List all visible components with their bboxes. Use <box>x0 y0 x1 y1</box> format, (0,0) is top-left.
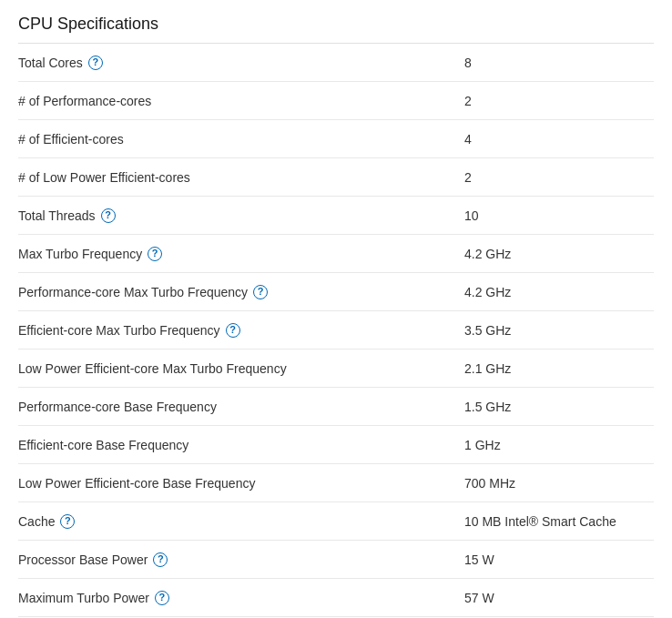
spec-value-total-cores: 8 <box>464 56 654 70</box>
spec-label-text-low-power-base-freq: Low Power Efficient-core Base Frequency <box>18 476 255 491</box>
spec-row-total-threads: Total Threads?10 <box>18 197 654 235</box>
spec-value-max-turbo-freq: 4.2 GHz <box>464 247 654 261</box>
spec-label-cache: Cache? <box>18 514 464 529</box>
spec-row-low-power-cores: # of Low Power Efficient-cores2 <box>18 158 654 197</box>
help-icon-eff-max-turbo[interactable]: ? <box>226 323 240 338</box>
spec-label-proc-base-power: Processor Base Power? <box>18 552 464 567</box>
spec-row-eff-base-freq: Efficient-core Base Frequency1 GHz <box>18 426 654 464</box>
spec-label-perf-base-freq: Performance-core Base Frequency <box>18 400 464 414</box>
spec-row-eff-cores: # of Efficient-cores4 <box>18 120 654 158</box>
spec-label-text-perf-max-turbo: Performance-core Max Turbo Frequency <box>18 285 248 299</box>
spec-label-text-cache: Cache <box>18 514 55 529</box>
spec-label-eff-max-turbo: Efficient-core Max Turbo Frequency? <box>18 323 464 338</box>
help-icon-total-cores[interactable]: ? <box>88 56 103 70</box>
section-title: CPU Specifications <box>18 15 654 44</box>
spec-label-low-power-base-freq: Low Power Efficient-core Base Frequency <box>18 476 464 491</box>
spec-label-max-turbo-power: Maximum Turbo Power? <box>18 591 464 605</box>
spec-value-perf-max-turbo: 4.2 GHz <box>464 285 654 299</box>
help-icon-proc-base-power[interactable]: ? <box>153 552 168 567</box>
spec-label-eff-cores: # of Efficient-cores <box>18 132 464 147</box>
spec-label-text-eff-cores: # of Efficient-cores <box>18 132 124 147</box>
spec-label-text-eff-base-freq: Efficient-core Base Frequency <box>18 438 188 452</box>
spec-label-total-threads: Total Threads? <box>18 208 464 223</box>
spec-value-total-threads: 10 <box>464 208 654 223</box>
spec-label-perf-max-turbo: Performance-core Max Turbo Frequency? <box>18 285 464 299</box>
help-icon-max-turbo-power[interactable]: ? <box>155 591 169 605</box>
help-icon-total-threads[interactable]: ? <box>101 208 116 223</box>
spec-value-low-power-cores: 2 <box>464 170 654 185</box>
spec-label-text-eff-max-turbo: Efficient-core Max Turbo Frequency <box>18 323 220 338</box>
spec-value-max-turbo-power: 57 W <box>464 591 654 605</box>
spec-label-text-perf-base-freq: Performance-core Base Frequency <box>18 400 217 414</box>
spec-row-low-power-max-turbo: Low Power Efficient-core Max Turbo Frequ… <box>18 350 654 388</box>
spec-row-perf-max-turbo: Performance-core Max Turbo Frequency?4.2… <box>18 273 654 311</box>
spec-label-text-proc-base-power: Processor Base Power <box>18 552 148 567</box>
spec-label-text-total-threads: Total Threads <box>18 208 96 223</box>
spec-label-low-power-cores: # of Low Power Efficient-cores <box>18 170 464 185</box>
spec-label-text-low-power-cores: # of Low Power Efficient-cores <box>18 170 190 185</box>
spec-row-total-cores: Total Cores?8 <box>18 44 654 82</box>
spec-table: Total Cores?8# of Performance-cores2# of… <box>18 44 654 618</box>
spec-label-total-cores: Total Cores? <box>18 56 464 70</box>
spec-label-text-total-cores: Total Cores <box>18 56 83 70</box>
help-icon-max-turbo-freq[interactable]: ? <box>148 247 162 261</box>
help-icon-perf-max-turbo[interactable]: ? <box>253 285 268 299</box>
spec-row-eff-max-turbo: Efficient-core Max Turbo Frequency?3.5 G… <box>18 311 654 350</box>
spec-value-low-power-base-freq: 700 MHz <box>464 476 654 491</box>
spec-value-cache: 10 MB Intel® Smart Cache <box>464 514 654 529</box>
spec-row-cache: Cache?10 MB Intel® Smart Cache <box>18 502 654 541</box>
spec-row-perf-base-freq: Performance-core Base Frequency1.5 GHz <box>18 388 654 426</box>
help-icon-cache[interactable]: ? <box>60 514 75 529</box>
spec-label-max-turbo-freq: Max Turbo Frequency? <box>18 247 464 261</box>
spec-row-max-turbo-freq: Max Turbo Frequency?4.2 GHz <box>18 235 654 273</box>
spec-label-text-max-turbo-power: Maximum Turbo Power <box>18 591 149 605</box>
spec-row-low-power-base-freq: Low Power Efficient-core Base Frequency7… <box>18 464 654 502</box>
spec-value-eff-cores: 4 <box>464 132 654 147</box>
spec-row-perf-cores: # of Performance-cores2 <box>18 82 654 120</box>
spec-value-eff-base-freq: 1 GHz <box>464 438 654 452</box>
spec-value-perf-cores: 2 <box>464 94 654 108</box>
spec-label-perf-cores: # of Performance-cores <box>18 94 464 108</box>
spec-row-proc-base-power: Processor Base Power?15 W <box>18 541 654 579</box>
spec-value-low-power-max-turbo: 2.1 GHz <box>464 361 654 376</box>
spec-label-text-max-turbo-freq: Max Turbo Frequency <box>18 247 142 261</box>
cpu-specs-container: CPU Specifications Total Cores?8# of Per… <box>0 0 672 618</box>
spec-value-perf-base-freq: 1.5 GHz <box>464 400 654 414</box>
spec-value-eff-max-turbo: 3.5 GHz <box>464 323 654 338</box>
spec-value-proc-base-power: 15 W <box>464 552 654 567</box>
spec-row-max-turbo-power: Maximum Turbo Power?57 W <box>18 579 654 617</box>
spec-label-eff-base-freq: Efficient-core Base Frequency <box>18 438 464 452</box>
spec-label-text-perf-cores: # of Performance-cores <box>18 94 151 108</box>
spec-label-low-power-max-turbo: Low Power Efficient-core Max Turbo Frequ… <box>18 361 464 376</box>
spec-label-text-low-power-max-turbo: Low Power Efficient-core Max Turbo Frequ… <box>18 361 287 376</box>
